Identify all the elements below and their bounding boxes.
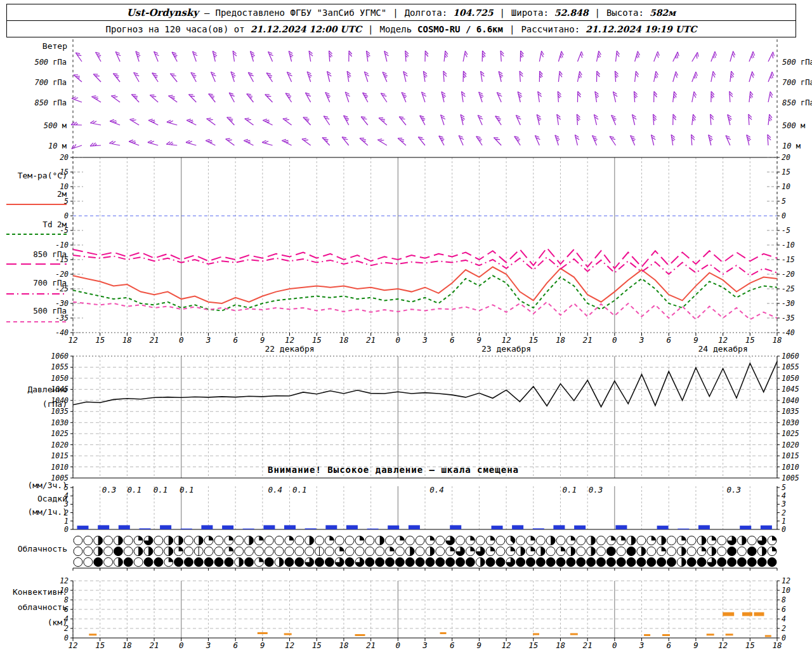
- cloud-symbol: [184, 536, 193, 545]
- cloud-symbol: [697, 558, 706, 567]
- precip-value-label: 0.3: [726, 485, 741, 494]
- cloud-symbol: [245, 547, 254, 556]
- hour-label-mid: 12: [502, 335, 511, 345]
- conv-ytick-right: 4: [782, 614, 786, 623]
- wind-level-label-left: 10 м: [48, 142, 67, 150]
- pressure-section-label: Давление: [0, 385, 67, 394]
- wind-level-label-right: 500 гПа: [782, 58, 812, 67]
- cloud-symbol: [174, 558, 183, 567]
- pressure-ytick-right: 1025: [782, 429, 799, 438]
- cloud-symbol: [717, 547, 726, 556]
- cloud-symbol: [747, 547, 756, 556]
- precip-ytick-right: 3: [781, 500, 786, 508]
- cloud-symbol: [104, 558, 113, 567]
- hour-label-mid: 12: [68, 335, 77, 345]
- convective-mark: [726, 633, 733, 635]
- cloud-symbol: [305, 547, 314, 556]
- wind-barb-row: [75, 51, 774, 62]
- precip-bar: [263, 525, 275, 529]
- convective-mark: [533, 633, 539, 635]
- hour-label-bottom: 12: [502, 640, 511, 650]
- cloud-symbol: [154, 536, 163, 545]
- pressure-ytick-right: 1050: [782, 374, 799, 383]
- hour-label-mid: 21: [150, 335, 159, 345]
- date-label-mid: 24 декабря: [698, 344, 747, 354]
- meteogram-chart: 500 гПа500 гПа700 гПа700 гПа850 гПа850 г…: [0, 0, 812, 650]
- cloud-symbol: [436, 558, 445, 567]
- cloud-symbol: [154, 558, 163, 567]
- cloud-symbol: [687, 547, 696, 556]
- hour-label-bottom: 12: [718, 640, 728, 650]
- meteogram: Ust-Ordynsky—Предоставлено ФГБУ "ЗапСиб …: [0, 0, 812, 650]
- temp-ytick-left: -40: [55, 328, 69, 337]
- convective-section-label-2: облачность: [0, 603, 67, 611]
- cloud-symbol: [124, 536, 133, 545]
- precip-bar: [201, 525, 213, 529]
- cloud-symbol: [606, 547, 615, 556]
- wind-level-label-right: 850 гПа: [782, 98, 812, 107]
- precip-bar: [243, 529, 254, 529]
- cloud-symbol: [154, 547, 163, 556]
- hour-label-mid: 18: [122, 335, 132, 345]
- cloud-symbol: [617, 558, 625, 567]
- cloud-symbol: [214, 558, 223, 567]
- precip-ytick-right: 2: [782, 508, 786, 517]
- cloud-symbol: [214, 536, 223, 545]
- hour-label-bottom: 18: [772, 640, 782, 650]
- cloud-symbol: [204, 547, 213, 556]
- cloud-symbol: [265, 558, 273, 567]
- cloud-symbol: [275, 547, 284, 556]
- cloud-symbol: [496, 558, 505, 567]
- temp-legend-label: 850 гПа: [33, 249, 67, 259]
- precip-value-label: 0.3: [102, 485, 117, 494]
- hour-label-bottom: 21: [366, 640, 376, 650]
- conv-ytick-right: 2: [782, 624, 786, 633]
- cloud-symbol: [275, 536, 284, 545]
- cloud-symbol: [124, 547, 133, 556]
- convective-mark-thick: [723, 613, 734, 616]
- hour-label-mid: 6: [450, 335, 455, 345]
- hour-label-bottom: 3: [639, 640, 645, 650]
- pressure-ytick-right: 1020: [782, 441, 799, 449]
- convective-mark: [765, 635, 771, 637]
- pressure-ytick-left: 1030: [51, 418, 69, 427]
- convective-mark: [284, 633, 292, 635]
- cloud-symbol: [104, 547, 113, 556]
- temp-ytick-right: 15: [782, 168, 790, 176]
- precip-bar: [512, 525, 523, 529]
- hour-label-mid: 18: [339, 335, 348, 345]
- wind-level-label-left: 500 гПа: [34, 58, 67, 67]
- cloud-symbol: [687, 558, 696, 567]
- cloud-symbol: [747, 536, 756, 545]
- cloud-symbol: [536, 558, 545, 567]
- pressure-ytick-left: 1010: [51, 463, 69, 472]
- precip-bar: [574, 526, 586, 529]
- pressure-ytick-left: 1060: [51, 352, 69, 361]
- cloud-symbol: [376, 558, 384, 567]
- cloud-symbol: [606, 558, 615, 567]
- cloud-symbol: [405, 558, 414, 567]
- precip-bar: [325, 525, 337, 529]
- date-label-mid: 22 декабря: [265, 344, 314, 354]
- cloud-symbol: [345, 547, 354, 556]
- cloud-symbol: [446, 558, 455, 567]
- hour-label-mid: 18: [772, 335, 782, 345]
- cloud-symbol: [627, 547, 636, 556]
- hour-label-bottom: 18: [122, 640, 132, 650]
- pressure-ytick-right: 1060: [782, 352, 799, 361]
- convective-section-label-1: Конвективн.: [0, 588, 67, 596]
- temp-legend-label: 700 гПа: [33, 278, 67, 288]
- cloud-symbol: [737, 547, 746, 556]
- temp-legend-label: 2м: [57, 189, 67, 199]
- precip-value-label: 0.1: [127, 485, 141, 494]
- cloud-symbol: [265, 536, 273, 545]
- cloud-symbol: [295, 547, 304, 556]
- wind-section-label: Ветер: [0, 42, 67, 50]
- precip-bar: [615, 525, 627, 529]
- hour-label-mid: 9: [477, 335, 482, 345]
- precip-1h-units-label: (мм/1ч.): [0, 508, 67, 516]
- cloud-symbol: [184, 558, 193, 567]
- cloud-symbol: [476, 536, 485, 545]
- cloud-symbol: [84, 547, 93, 556]
- precip-bar: [553, 525, 565, 529]
